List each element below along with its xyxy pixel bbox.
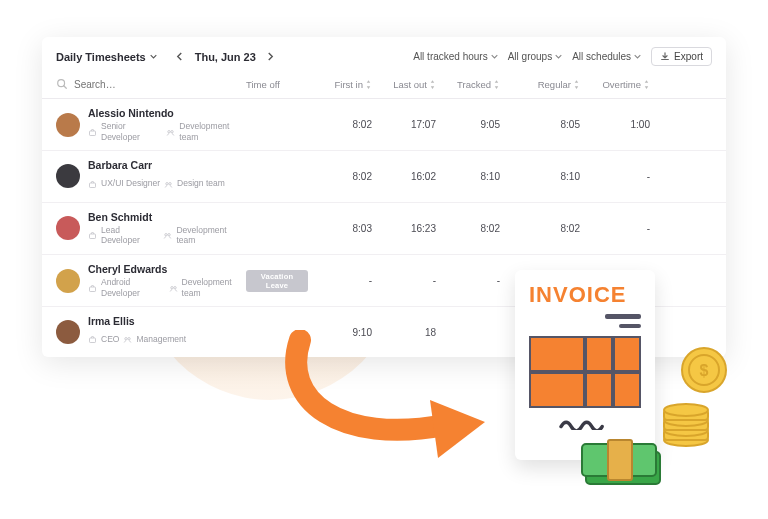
sort-icon [573,80,580,89]
svg-point-8 [165,234,167,236]
svg-point-11 [170,286,172,288]
briefcase-icon [88,329,97,349]
filter-groups[interactable]: All groups [508,51,562,62]
cell-regular: 8:10 [500,171,580,182]
table-row[interactable]: Ben Schmidt Lead Developer Development t… [42,203,726,255]
svg-rect-4 [90,183,96,188]
cell-overtime: - [580,223,650,234]
person-name: Ben Schmidt [88,211,246,224]
next-day-button[interactable] [264,50,278,64]
search-input[interactable] [74,79,194,90]
team-icon [169,278,178,298]
cell-lastout: - [372,275,436,286]
svg-point-22 [664,404,708,416]
cell-overtime: 1:00 [580,119,650,130]
cell-lastout: 16:23 [372,223,436,234]
svg-point-5 [166,182,168,184]
team-icon [164,174,173,194]
filter-hours[interactable]: All tracked hours [413,51,497,62]
cell-lastout: 16:02 [372,171,436,182]
filter-schedules-label: All schedules [572,51,631,62]
person-cell: Alessio Nintendo Senior Developer Develo… [56,107,246,142]
svg-rect-13 [90,338,96,343]
col-lastout[interactable]: Last out [372,79,436,90]
svg-point-12 [173,286,175,288]
chevron-left-icon [176,52,183,61]
person-role: Android Developer [101,277,165,298]
person-role: Senior Developer [101,121,162,142]
cell-lastout: 17:07 [372,119,436,130]
col-firstin[interactable]: First in [308,79,372,90]
person-team: Development team [179,121,246,142]
person-role: UX/UI Designer [101,178,160,189]
person-role: CEO [101,334,119,345]
caret-down-icon [491,54,498,59]
view-mode-select[interactable]: Daily Timesheets [56,51,157,63]
cell-timeoff: Vacation Leave [246,270,308,292]
filter-hours-label: All tracked hours [413,51,487,62]
person-name: Alessio Nintendo [88,107,246,120]
cell-overtime: - [580,171,650,182]
cell-firstin: 8:02 [308,171,372,182]
svg-point-9 [168,234,170,236]
col-timeoff[interactable]: Time off [246,79,308,90]
person-role: Lead Developer [101,225,159,246]
briefcase-icon [88,225,97,245]
sort-icon [429,80,436,89]
export-button[interactable]: Export [651,47,712,66]
person-meta: Android Developer Development team [88,277,246,298]
person-info: Cheryl Edwards Android Developer Develop… [88,263,246,298]
person-info: Ben Schmidt Lead Developer Development t… [88,211,246,246]
person-team: Development team [176,225,246,246]
sort-icon [643,80,650,89]
cell-firstin: 8:02 [308,119,372,130]
col-overtime[interactable]: Overtime [580,79,650,90]
toolbar: Daily Timesheets Thu, Jun 23 All tracked… [42,37,726,72]
svg-rect-1 [90,131,96,136]
signature-squiggle [529,418,641,430]
table-header: Time off First in Last out Tracked Regul… [42,72,726,99]
timeoff-badge: Vacation Leave [246,270,308,292]
briefcase-icon [88,278,97,298]
svg-point-2 [168,130,170,132]
caret-down-icon [150,54,157,59]
date-nav: Thu, Jun 23 [173,50,278,64]
sort-icon [365,80,372,89]
filter-groups-label: All groups [508,51,552,62]
team-icon [166,122,175,142]
person-team: Management [136,334,186,345]
download-icon [660,52,670,62]
person-name: Barbara Carr [88,159,225,172]
team-icon [123,329,132,349]
cell-tracked: 8:02 [436,223,500,234]
briefcase-icon [88,174,97,194]
export-label: Export [674,51,703,62]
svg-point-15 [128,338,130,340]
avatar [56,269,80,293]
avatar [56,113,80,137]
filter-schedules[interactable]: All schedules [572,51,641,62]
person-meta: CEO Management [88,329,186,349]
avatar [56,164,80,188]
avatar [56,320,80,344]
toolbar-right: All tracked hours All groups All schedul… [413,47,712,66]
table-row[interactable]: Alessio Nintendo Senior Developer Develo… [42,99,726,151]
person-info: Irma Ellis CEO Management [88,315,186,349]
prev-day-button[interactable] [173,50,187,64]
avatar [56,216,80,240]
person-name: Irma Ellis [88,315,186,328]
person-meta: UX/UI Designer Design team [88,174,225,194]
cell-regular: 8:02 [500,223,580,234]
toolbar-left: Daily Timesheets Thu, Jun 23 [56,50,278,64]
cell-tracked: 9:05 [436,119,500,130]
invoice-line [605,314,641,319]
cell-regular: 8:05 [500,119,580,130]
person-cell: Barbara Carr UX/UI Designer Design team [56,159,246,193]
person-cell: Ben Schmidt Lead Developer Development t… [56,211,246,246]
person-team: Design team [177,178,225,189]
col-regular[interactable]: Regular [500,79,580,90]
col-tracked[interactable]: Tracked [436,79,500,90]
invoice-grid [529,336,641,408]
svg-rect-10 [90,287,96,292]
table-row[interactable]: Barbara Carr UX/UI Designer Design team … [42,151,726,202]
